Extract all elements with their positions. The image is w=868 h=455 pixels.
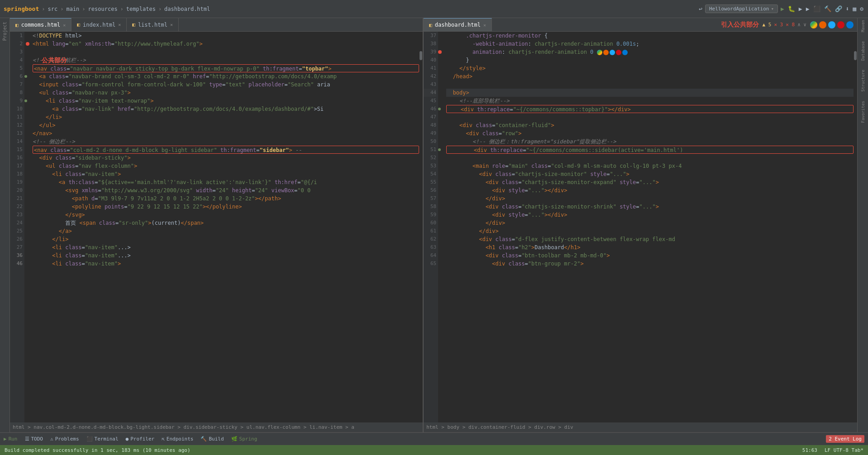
build-icon: 🔨 <box>200 436 207 442</box>
r-code-line-55: <div class="chartjs-size-monitor-expand"… <box>446 178 854 186</box>
layout-button[interactable]: ▦ <box>852 5 857 13</box>
code-line-22: <polyline points="9 22 9 12 15 12 15 22"… <box>33 203 419 211</box>
code-line-21: <path d="M3 9l9-7 9 7v11a2 2 0 0 1-2 2H5… <box>33 194 419 203</box>
code-line-26: </li> <box>33 235 419 243</box>
nav-arrows[interactable]: ∧ ∨ <box>797 22 806 28</box>
project-icon[interactable]: Project <box>2 22 7 41</box>
run-button[interactable]: ▶ <box>780 5 785 13</box>
profile-button[interactable]: ▶ <box>805 5 811 13</box>
path-file: dashboard.html <box>164 6 210 12</box>
code-line-2: <html lang="en" xmlns:th="http://www.thy… <box>33 40 419 48</box>
profiler-label: Profiler <box>130 436 154 442</box>
database-sidebar-label[interactable]: Database <box>861 41 865 61</box>
run-toolbar-button[interactable]: ▶ Run <box>4 436 18 442</box>
problems-button[interactable]: ⚠ Problems <box>50 436 79 442</box>
tab-close-list[interactable]: ✕ <box>170 22 173 27</box>
run-config-selector[interactable]: HellowordApplication ▾ <box>705 5 778 13</box>
sync-button[interactable]: 🔗 <box>834 5 843 13</box>
endpoints-label: Endpoints <box>167 436 194 442</box>
r-code-line-43 <box>446 81 854 89</box>
code-line-8: <ul class="navbar-nav px-3"> <box>33 89 419 97</box>
spring-button[interactable]: 🌿 Spring <box>231 436 258 442</box>
code-line-27: <li class="nav-item"...> <box>33 243 419 251</box>
tab-icon-index: ◧ <box>77 22 80 28</box>
right-editor-panel: ◧ dashboard.html ✕ 引入公共部分 ▲ 5 ✕ 3 ✕ 8 ∧ … <box>423 18 857 432</box>
code-line-7: <input class="form-control form-control-… <box>33 81 419 89</box>
top-bar: springboot › src › main › resources › te… <box>0 0 868 18</box>
chrome-icon[interactable] <box>810 21 817 28</box>
code-line-11: </li> <box>33 113 419 121</box>
right-minimap[interactable] <box>854 32 857 422</box>
tab-commoms[interactable]: ◧ commoms.html ✕ <box>10 18 72 31</box>
right-line-numbers: 37 38 39 40 41 42 43 44 45 46 47 48 49 5… <box>424 32 438 422</box>
build-button[interactable]: 🔨 <box>823 5 832 13</box>
endpoints-button[interactable]: ⇱ Endpoints <box>162 436 193 442</box>
r-code-line-38: -webkit-animation: chartjs-render-animat… <box>446 40 854 48</box>
run-label: Run <box>9 436 18 442</box>
r-code-line-42: /head> <box>446 72 854 81</box>
run-config-label: HellowordApplication <box>709 6 769 12</box>
tab-icon-commoms: ◧ <box>15 22 19 28</box>
debug-button[interactable]: 🐛 <box>787 5 796 13</box>
profiler-button[interactable]: ● Profiler <box>126 436 155 442</box>
code-line-23: </svg> <box>33 211 419 219</box>
edge-icon[interactable] <box>846 21 854 28</box>
left-minimap[interactable] <box>419 32 423 422</box>
terminal-icon: ⬛ <box>86 436 93 442</box>
right-breadcrumb-text: html > body > div.container-fluid > div.… <box>426 424 573 430</box>
problems-label: Problems <box>55 436 79 442</box>
code-line-4: <!-- 头部导航栏--> <box>33 56 419 64</box>
r-code-line-62: <div class="d-flex justify-content-betwe… <box>446 235 854 243</box>
todo-icon: ☰ <box>25 436 29 442</box>
r-code-line-54: <div class="chartjs-size-monitor" style=… <box>446 170 854 178</box>
right-gutter <box>438 32 444 422</box>
tab-close-dashboard[interactable]: ✕ <box>483 23 486 28</box>
tab-close-index[interactable]: ✕ <box>118 22 121 27</box>
structure-sidebar-label[interactable]: Structure <box>861 70 865 92</box>
r-code-line-40: } <box>446 56 854 64</box>
event-log-badge[interactable]: 2 Event Log <box>826 435 864 443</box>
ie-icon[interactable] <box>828 21 835 28</box>
left-editor-panel: ◧ commoms.html ✕ ◧ index.html ✕ ◧ list.h… <box>10 18 423 432</box>
profiler-icon: ● <box>126 436 129 442</box>
tab-label-list: list.html <box>138 22 167 28</box>
code-line-36: <li class="nav-item"...> <box>33 251 419 260</box>
settings-button[interactable]: ⚙ <box>859 5 864 13</box>
code-line-14: <!-- 侧边栏--> <box>33 137 419 146</box>
coverage-button[interactable]: ▶ <box>798 5 803 13</box>
tab-label-index: index.html <box>83 22 115 28</box>
tab-index[interactable]: ◧ index.html ✕ <box>72 18 127 31</box>
right-breadcrumb: html > body > div.container-fluid > div.… <box>424 422 857 432</box>
todo-button[interactable]: ☰ TODO <box>25 436 43 442</box>
firefox-icon[interactable] <box>819 21 826 28</box>
r-code-line-37: .chartjs-render-monitor { <box>446 32 854 40</box>
toolbar-back-icon[interactable]: ↩ <box>698 5 703 13</box>
left-breadcrumb: html > nav.col-md-2.d-none.d-md-block.bg… <box>10 422 423 432</box>
r-code-line-39: animation: chartjs-render-animation 0 <box>446 48 854 56</box>
r-code-line-58: <div class="chartjs-size-monitor-shrink"… <box>446 203 854 211</box>
tab-list[interactable]: ◧ list.html ✕ <box>127 18 179 31</box>
problems-icon: ⚠ <box>50 436 53 442</box>
code-line-6: <a class="navbar-brand col-sm-3 col-md-2… <box>33 72 419 81</box>
favorites-sidebar-label[interactable]: Favorites <box>861 101 865 123</box>
maven-sidebar-label[interactable]: Maven <box>861 20 865 32</box>
tab-close-commoms[interactable]: ✕ <box>63 23 66 28</box>
stop-button[interactable]: ⬛ <box>812 5 821 13</box>
right-code-content: .chartjs-render-monitor { -webkit-animat… <box>444 32 854 422</box>
project-sidebar: Project <box>0 18 10 432</box>
tab-icon-dashboard: ◧ <box>429 22 432 28</box>
terminal-button[interactable]: ⬛ Terminal <box>86 436 119 442</box>
update-button[interactable]: ⬇ <box>845 5 850 13</box>
code-line-16: <div class="sidebar-sticky"> <box>33 154 419 162</box>
brand-label: springboot <box>4 5 39 12</box>
sep1: › <box>42 6 45 12</box>
code-line-19: <a th:class="${active=='main.html'?'nav-… <box>33 178 419 186</box>
tab-dashboard[interactable]: ◧ dashboard.html ✕ <box>424 18 492 31</box>
build-button-bottom[interactable]: 🔨 Build <box>200 436 224 442</box>
tab-icon-list: ◧ <box>132 22 135 28</box>
browser-icons-group <box>810 18 854 31</box>
opera-icon[interactable] <box>837 21 844 28</box>
code-line-17: <ul class="nav flex-column"> <box>33 162 419 170</box>
r-code-line-63: <h1 class="h2">Dashboard</h1> <box>446 243 854 251</box>
error-count: ✕ 3 <box>774 22 783 28</box>
